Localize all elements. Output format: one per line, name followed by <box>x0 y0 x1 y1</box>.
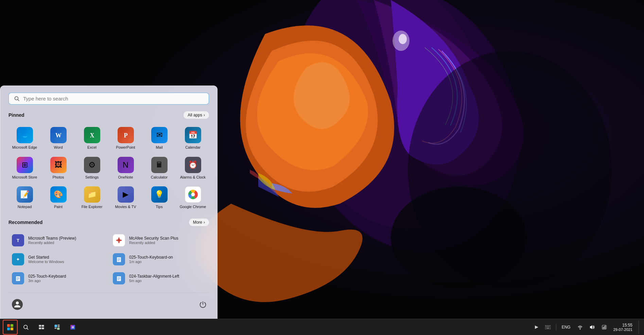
svg-point-7 <box>408 51 612 289</box>
user-button[interactable] <box>8 297 26 312</box>
power-button[interactable] <box>197 298 209 311</box>
tray-overflow[interactable] <box>533 325 540 330</box>
word-app-label: Word <box>54 145 63 150</box>
pinned-app-tips[interactable]: 💡 Tips <box>143 184 175 212</box>
pinned-app-edge[interactable]: Microsoft Edge <box>8 124 41 152</box>
svg-rect-46 <box>55 324 57 327</box>
task-view-icon <box>38 324 45 330</box>
svg-marker-63 <box>590 325 592 329</box>
pinned-app-store[interactable]: ⊞ Microsoft Store <box>8 154 41 182</box>
pinned-app-explorer[interactable]: 📁 File Explorer <box>76 184 108 212</box>
svg-text:P: P <box>124 132 127 139</box>
pinned-app-photos[interactable]: 🖼 Photos <box>42 154 74 182</box>
widgets-button[interactable] <box>50 320 65 335</box>
recommended-item[interactable]: M McAfee Security Scan Plus Recently add… <box>109 231 209 249</box>
rec-item-subtitle: Recently added <box>129 241 178 245</box>
windows-logo <box>7 324 13 330</box>
svg-rect-47 <box>58 324 60 325</box>
taskbar-search-button[interactable] <box>18 320 33 335</box>
chrome-app-label: Google Chrome <box>180 205 206 209</box>
more-button[interactable]: More › <box>189 219 209 226</box>
tray-network[interactable] <box>600 324 609 330</box>
rec-item-name: 025-Touch-Keyboard-on <box>129 255 173 260</box>
overflow-icon <box>535 325 538 329</box>
pinned-app-alarms[interactable]: ⏰ Alarms & Clock <box>177 154 209 182</box>
recommended-header: Recommended More › <box>8 219 209 226</box>
ppt-app-icon: P <box>118 127 134 143</box>
rec-item-name: Microsoft Teams (Preview) <box>28 236 76 241</box>
ppt-app-label: PowerPoint <box>116 145 135 150</box>
explorer-app-icon: 📁 <box>84 186 100 203</box>
search-bar[interactable] <box>8 93 209 105</box>
pinned-app-excel[interactable]: X Excel <box>76 124 108 152</box>
desktop: Pinned All apps › Microsoft Edge W Word … <box>0 0 644 335</box>
svg-rect-55 <box>547 326 547 327</box>
svg-rect-58 <box>546 327 546 328</box>
edge-app-label: Microsoft Edge <box>12 145 37 150</box>
pinned-app-onenote[interactable]: N OneNote <box>109 154 142 182</box>
show-desktop-button[interactable] <box>639 320 640 334</box>
svg-text:X: X <box>90 132 94 139</box>
rec-item-text: 024-Taskbar-Alignment-Left 5m ago <box>129 274 179 283</box>
pinned-app-settings[interactable]: ⚙ Settings <box>76 154 108 182</box>
recommended-item[interactable]: ✦ Get Started Welcome to Windows <box>8 250 108 268</box>
tray-volume[interactable] <box>588 324 597 330</box>
rec-item-subtitle: Recently added <box>28 241 76 245</box>
taskbar-store-button[interactable]: ⊞ <box>65 320 80 335</box>
tray-language[interactable]: ENG <box>560 324 573 330</box>
pinned-app-chrome[interactable]: Google Chrome <box>177 184 209 212</box>
svg-rect-57 <box>549 326 550 327</box>
all-apps-button[interactable]: All apps › <box>184 111 209 119</box>
recommended-item[interactable]: 024-Taskbar-Alignment-Left 5m ago <box>109 269 209 287</box>
network-icon <box>602 325 607 330</box>
movies-app-label: Movies & TV <box>115 205 136 209</box>
onenote-app-icon: N <box>118 157 134 173</box>
calculator-app-icon: 🖩 <box>151 157 168 173</box>
tray-keyboard[interactable] <box>543 324 553 330</box>
svg-rect-59 <box>547 327 547 328</box>
photos-app-icon: 🖼 <box>50 157 67 173</box>
tray-wifi[interactable] <box>575 324 585 330</box>
svg-rect-54 <box>546 326 546 327</box>
start-button[interactable] <box>3 320 18 335</box>
rec-item-name: 025-Touch-Keyboard <box>28 274 66 279</box>
rec-item-name: Get Started <box>28 255 64 260</box>
svg-rect-43 <box>42 325 44 327</box>
pinned-app-notepad[interactable]: 📝 Notepad <box>8 184 41 212</box>
pinned-title: Pinned <box>8 112 24 118</box>
svg-point-18 <box>191 192 195 196</box>
pinned-app-word[interactable]: W Word <box>42 124 74 152</box>
onenote-app-label: OneNote <box>118 175 133 180</box>
pinned-app-calendar[interactable]: 📅 Calendar <box>177 124 209 152</box>
pinned-app-calculator[interactable]: 🖩 Calculator <box>143 154 175 182</box>
pinned-app-paint[interactable]: 🎨 Paint <box>42 184 74 212</box>
pinned-app-mail[interactable]: ✉ Mail <box>143 124 175 152</box>
pinned-app-movies[interactable]: ▶ Movies & TV <box>109 184 142 212</box>
store-app-label: Microsoft Store <box>12 175 37 180</box>
svg-rect-44 <box>39 327 41 329</box>
task-view-button[interactable] <box>34 320 49 335</box>
recommended-item[interactable]: 025-Touch-Keyboard 3m ago <box>8 269 108 287</box>
svg-rect-56 <box>548 326 549 327</box>
mail-app-label: Mail <box>156 145 162 150</box>
svg-point-5 <box>399 34 407 44</box>
clock-area[interactable]: 15:55 29-07-2021 <box>611 322 634 332</box>
search-input[interactable] <box>23 96 203 101</box>
movies-app-icon: ▶ <box>118 186 134 203</box>
pinned-app-ppt[interactable]: P PowerPoint <box>109 124 142 152</box>
rec-item-subtitle: Welcome to Windows <box>28 260 64 264</box>
excel-app-icon: X <box>84 127 100 143</box>
pinned-header: Pinned All apps › <box>8 111 209 119</box>
taskbar-right: ENG <box>529 320 644 334</box>
svg-marker-52 <box>535 325 538 329</box>
rec-item-subtitle: 3m ago <box>28 279 66 283</box>
store-app-icon: ⊞ <box>17 157 33 173</box>
recommended-item[interactable]: 025-Touch-Keyboard-on 1m ago <box>109 250 209 268</box>
word-app-icon: W <box>50 127 67 143</box>
calendar-app-icon: 📅 <box>185 127 201 143</box>
recommended-title: Recommended <box>8 220 42 225</box>
volume-icon <box>590 325 595 330</box>
recommended-item[interactable]: T Microsoft Teams (Preview) Recently add… <box>8 231 108 249</box>
paint-app-label: Paint <box>54 205 63 209</box>
language-label: ENG <box>562 325 571 330</box>
